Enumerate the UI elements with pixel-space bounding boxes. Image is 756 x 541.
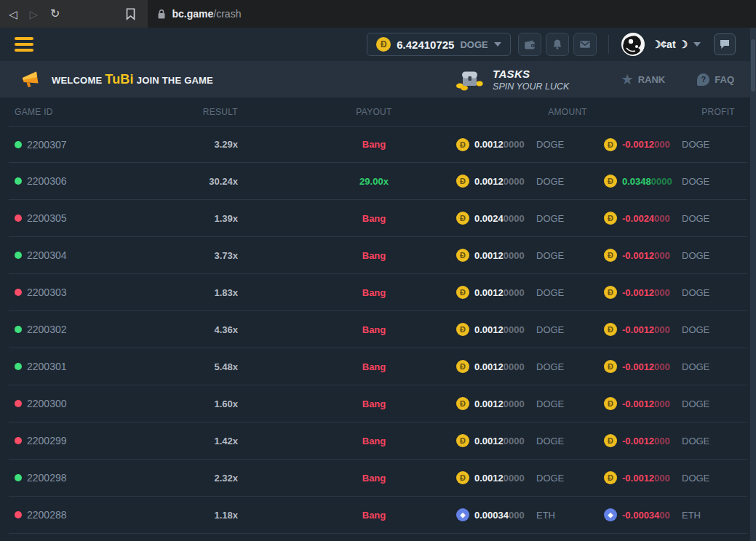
amount-coin-icon: ◆ <box>456 508 469 521</box>
tasks-link[interactable]: TASKS SPIN YOUR LUCK <box>455 68 569 92</box>
profit-trailing-zeros: 000 <box>654 398 670 409</box>
profit-currency: DOGE <box>671 324 741 335</box>
payout-value: Bang <box>362 139 386 150</box>
status-dot <box>15 141 22 148</box>
url-text[interactable]: bc.game/crash <box>172 8 242 20</box>
back-icon[interactable]: ◁ <box>9 9 17 20</box>
profit-value: -0.0012 <box>622 473 654 484</box>
balance-value: 6.42410725 <box>397 39 454 51</box>
browser-bar: ◁ ▷ ↻ bc.game/crash <box>0 0 756 28</box>
player-name: TuBi <box>105 72 133 87</box>
bookmark-icon[interactable] <box>126 8 135 20</box>
profit-coin-icon: Đ <box>604 138 617 151</box>
result-value: 1.18x <box>200 510 238 521</box>
status-dot <box>15 400 22 407</box>
welcome-message: WELCOMETuBiJOIN THE GAME <box>52 72 213 87</box>
amount-value: 0.00034 <box>474 510 509 521</box>
amount-value: 0.0012 <box>474 398 504 409</box>
result-value: 2.32x <box>200 473 238 484</box>
amount-value: 0.0024 <box>474 213 504 224</box>
amount-currency: DOGE <box>522 324 587 335</box>
profit-trailing-zeros: 000 <box>654 473 670 484</box>
profit-trailing-zeros: 000 <box>654 361 670 372</box>
table-row[interactable]: 2200300 1.60x Bang Đ 0.00120000 DOGE Đ -… <box>9 385 747 422</box>
doge-coin-icon: Đ <box>376 37 391 52</box>
amount-currency: DOGE <box>522 436 587 446</box>
rank-link[interactable]: ★ RANK <box>621 73 665 86</box>
profit-value: -0.0012 <box>622 287 654 298</box>
address-bar[interactable]: bc.game/crash <box>148 0 756 28</box>
scrollbar[interactable] <box>750 28 756 541</box>
table-row[interactable]: 2200302 4.36x Bang Đ 0.00120000 DOGE Đ -… <box>9 311 747 348</box>
table-row[interactable]: 2200298 2.32x Bang Đ 0.00120000 DOGE Đ -… <box>9 460 747 497</box>
balance-selector[interactable]: Đ 6.42410725 DOGE <box>367 33 511 56</box>
notifications-button[interactable] <box>546 33 569 56</box>
table-row[interactable]: 2200305 1.39x Bang Đ 0.00240000 DOGE Đ -… <box>9 200 747 237</box>
result-value: 1.83x <box>200 287 238 298</box>
profit-coin-icon: Đ <box>604 471 617 484</box>
result-value: 1.60x <box>200 398 238 409</box>
table-body: 2200307 3.29x Bang Đ 0.00120000 DOGE Đ -… <box>9 126 747 534</box>
amount-currency: DOGE <box>522 213 587 224</box>
profit-coin-icon: Đ <box>604 360 617 373</box>
profit-coin-icon: Đ <box>604 286 617 299</box>
username[interactable]: ☽¢at ☽ <box>652 39 688 50</box>
table-row[interactable]: 2200306 30.24x 29.00x Đ 0.00120000 DOGE … <box>9 163 747 200</box>
divider <box>608 35 609 54</box>
amount-coin-icon: Đ <box>456 138 469 151</box>
result-value: 4.36x <box>200 324 238 335</box>
wallet-button[interactable] <box>518 33 541 56</box>
menu-icon[interactable] <box>15 37 33 52</box>
amount-value: 0.0012 <box>474 436 504 446</box>
status-dot <box>15 215 22 222</box>
reload-icon[interactable]: ↻ <box>50 8 60 20</box>
game-id: 2200303 <box>27 286 67 298</box>
tasks-title: TASKS <box>493 68 569 80</box>
result-value: 30.24x <box>200 176 238 187</box>
envelope-icon <box>579 39 591 50</box>
amount-currency: DOGE <box>522 176 587 187</box>
game-id: 2200299 <box>27 435 67 446</box>
profit-currency: DOGE <box>671 361 741 372</box>
app-header: Đ 6.42410725 DOGE <box>0 28 756 61</box>
profit-coin-icon: Đ <box>604 434 617 447</box>
faq-link[interactable]: ? FAQ <box>697 73 734 86</box>
avatar[interactable] <box>621 32 645 57</box>
column-game-id: GAME ID <box>15 107 200 117</box>
mail-button[interactable] <box>573 33 597 56</box>
chevron-down-icon <box>494 42 501 47</box>
balance-currency: DOGE <box>460 39 488 50</box>
game-id: 2200305 <box>27 212 67 224</box>
chat-toggle-button[interactable] <box>714 33 736 55</box>
profit-trailing-zeros: 000 <box>654 287 670 298</box>
status-dot <box>15 511 22 518</box>
table-row[interactable]: 2200304 3.73x Bang Đ 0.00120000 DOGE Đ -… <box>9 237 747 274</box>
payout-value: Bang <box>362 213 386 224</box>
status-dot <box>15 177 22 185</box>
payout-value: Bang <box>362 510 386 521</box>
amount-coin-icon: Đ <box>456 212 469 225</box>
scrollbar-thumb[interactable] <box>751 39 755 92</box>
status-dot <box>15 289 22 296</box>
table-row[interactable]: 2200299 1.42x Bang Đ 0.00120000 DOGE Đ -… <box>9 422 747 460</box>
amount-value: 0.0012 <box>474 361 504 372</box>
amount-currency: DOGE <box>522 398 587 409</box>
result-value: 3.73x <box>200 250 238 261</box>
profit-coin-icon: Đ <box>604 397 617 410</box>
table-row[interactable]: 2200307 3.29x Bang Đ 0.00120000 DOGE Đ -… <box>9 126 747 163</box>
bell-icon <box>552 39 563 50</box>
result-value: 5.48x <box>200 361 238 372</box>
table-row[interactable]: 2200303 1.83x Bang Đ 0.00120000 DOGE Đ -… <box>9 274 747 311</box>
amount-value: 0.0012 <box>474 250 504 261</box>
amount-currency: DOGE <box>522 287 587 298</box>
payout-value: Bang <box>362 361 386 372</box>
payout-value: Bang <box>362 473 386 484</box>
table-row[interactable]: 2200288 1.18x Bang ◆ 0.00034000 ETH ◆ -0… <box>9 497 747 534</box>
payout-value: Bang <box>362 287 386 298</box>
treasure-chest-icon <box>455 68 484 91</box>
status-dot <box>15 363 22 370</box>
game-id: 2200298 <box>27 472 67 484</box>
table-row[interactable]: 2200301 5.48x Bang Đ 0.00120000 DOGE Đ -… <box>9 348 747 385</box>
chevron-down-icon[interactable] <box>693 42 701 47</box>
game-id: 2200301 <box>27 361 67 372</box>
